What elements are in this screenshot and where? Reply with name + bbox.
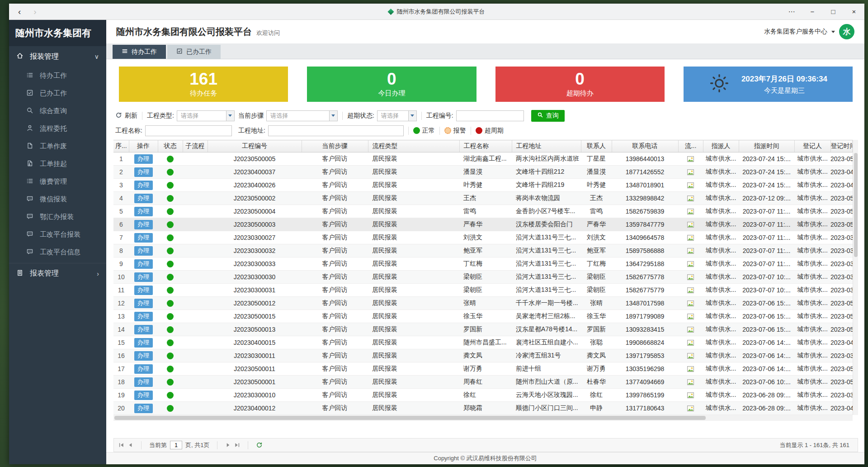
project-address-input[interactable] (268, 125, 404, 136)
handle-button[interactable]: 办理 (134, 364, 153, 374)
handle-button[interactable]: 办理 (134, 233, 153, 243)
handle-button[interactable]: 办理 (134, 259, 153, 269)
handle-button[interactable]: 办理 (134, 404, 153, 413)
table-row[interactable]: 3 办理 J20230400026 客户回访 居民报装 叶秀健 文峰塔十四组21… (113, 179, 853, 192)
tab-todo-work[interactable]: 待办工作 (113, 45, 166, 59)
handle-button[interactable]: 办理 (134, 391, 153, 400)
handle-button[interactable]: 办理 (134, 338, 153, 348)
table-row[interactable]: 10 办理 J20230300030 客户回访 居民报装 梁朝臣 沿河大道131… (113, 271, 853, 284)
next-page-icon[interactable] (225, 442, 231, 448)
table-row[interactable]: 17 办理 J20230500011 客户回访 居民报装 谢万勇 前进十组 谢万… (113, 362, 853, 376)
sidebar-item-鄂汇办报装[interactable]: 鄂汇办报装 (9, 208, 106, 226)
handle-button[interactable]: 办理 (134, 272, 153, 282)
search-button[interactable]: 查询 (531, 110, 565, 122)
table-row[interactable]: 18 办理 J20230500001 客户回访 居民报装 周春红 随州市烈山大道… (113, 376, 853, 389)
handle-button[interactable]: 办理 (134, 246, 153, 256)
handle-button[interactable]: 办理 (134, 325, 153, 334)
flow-image-icon[interactable] (687, 221, 694, 229)
column-header[interactable]: 操作 (129, 140, 158, 152)
sidebar-item-流程委托[interactable]: 流程委托 (9, 120, 106, 138)
table-row[interactable]: 1 办理 J20230500005 客户回访 居民报装 湖北南鑫工程... 两水… (113, 152, 853, 166)
handle-button[interactable]: 办理 (134, 220, 153, 229)
sidebar-item-待办工作[interactable]: 待办工作 (9, 67, 106, 85)
current-step-select[interactable]: 请选择 (266, 110, 338, 121)
handle-button[interactable]: 办理 (134, 181, 153, 190)
flow-image-icon[interactable] (687, 286, 694, 294)
column-header[interactable]: 登记人 (794, 140, 830, 152)
flow-image-icon[interactable] (687, 339, 694, 347)
table-row[interactable]: 11 办理 J20230300031 客户回访 居民报装 梁朝臣 沿河大道131… (113, 284, 853, 297)
table-row[interactable]: 4 办理 J20230500002 客户回访 居民报装 王杰 蒋岗丰农物流园 王… (113, 192, 853, 205)
table-row[interactable]: 13 办理 J20230500015 客户回访 居民报装 徐玉华 吴家老湾村三组… (113, 310, 853, 323)
handle-button[interactable]: 办理 (134, 312, 153, 321)
column-header[interactable]: 联系人 (581, 140, 612, 152)
table-row[interactable]: 16 办理 J20230300011 客户回访 居民报装 龚文凤 冷家湾五组31… (113, 349, 853, 362)
flow-image-icon[interactable] (687, 155, 694, 163)
flow-image-icon[interactable] (687, 365, 694, 373)
sidebar-item-已办工作[interactable]: 已办工作 (9, 85, 106, 102)
handle-button[interactable]: 办理 (134, 207, 153, 216)
overdue-status-select[interactable]: 请选择 (377, 110, 417, 121)
sidebar-item-工单挂起[interactable]: 工单挂起 (9, 155, 106, 173)
table-row[interactable]: 19 办理 J20230300010 客户回访 居民报装 徐红 云海天地小区玫瑰… (113, 389, 853, 402)
close-icon[interactable]: × (844, 4, 864, 19)
more-options-icon[interactable]: ⋯ (781, 4, 802, 19)
flow-image-icon[interactable] (687, 405, 694, 412)
table-row[interactable]: 12 办理 J20230500012 客户回访 居民报装 张晴 千千水岸一期一号… (113, 297, 853, 310)
caret-down-icon[interactable] (831, 31, 835, 33)
table-row[interactable]: 14 办理 J20230500013 客户回访 居民报装 罗国新 汉东星都A78… (113, 323, 853, 336)
flow-image-icon[interactable] (687, 168, 694, 176)
flow-image-icon[interactable] (687, 300, 694, 307)
flow-image-icon[interactable] (687, 378, 694, 386)
flow-image-icon[interactable] (687, 313, 694, 320)
minimize-icon[interactable]: − (802, 4, 823, 19)
project-code-input[interactable] (456, 110, 524, 121)
project-type-select[interactable]: 请选择 (177, 110, 235, 121)
flow-image-icon[interactable] (687, 247, 694, 255)
table-row[interactable]: 7 办理 J20230300027 客户回访 居民报装 刘洪文 沿河大道131号… (113, 231, 853, 244)
sidebar-item-缴费管理[interactable]: 缴费管理 (9, 173, 106, 191)
vertical-scrollbar[interactable] (853, 140, 858, 415)
flow-image-icon[interactable] (687, 234, 694, 242)
last-page-icon[interactable] (234, 442, 240, 448)
card-pending-tasks[interactable]: 161 待办任务 (119, 67, 288, 102)
handle-button[interactable]: 办理 (134, 377, 153, 387)
sidebar-item-工单作废[interactable]: 工单作废 (9, 138, 106, 155)
refresh-button[interactable]: 刷新 (115, 112, 137, 120)
column-header[interactable]: 登记时间 (830, 140, 853, 152)
column-header[interactable]: 状态 (158, 140, 183, 152)
handle-button[interactable]: 办理 (134, 167, 153, 177)
flow-image-icon[interactable] (687, 208, 694, 215)
column-header[interactable]: 子流程 (183, 140, 208, 152)
sidebar-item-工改平台报装[interactable]: 工改平台报装 (9, 226, 106, 243)
table-row[interactable]: 9 办理 J20230300033 客户回访 居民报装 丁红梅 沿河大道131号… (113, 257, 853, 271)
flow-image-icon[interactable] (687, 391, 694, 399)
card-overdue[interactable]: 0 超期待办 (495, 67, 665, 102)
table-row[interactable]: 8 办理 J20230300032 客户回访 居民报装 鲍亚军 沿河大道131号… (113, 244, 853, 257)
reload-icon[interactable] (256, 442, 263, 448)
flow-image-icon[interactable] (687, 181, 694, 189)
avatar[interactable]: 水 (839, 24, 854, 39)
flow-image-icon[interactable] (687, 352, 694, 360)
handle-button[interactable]: 办理 (134, 194, 153, 203)
column-header[interactable]: 序... (113, 140, 129, 152)
column-header[interactable]: 工程名称 (459, 140, 512, 152)
handle-button[interactable]: 办理 (134, 299, 153, 308)
vertical-scrollbar-thumb[interactable] (854, 153, 858, 257)
table-row[interactable]: 2 办理 J20230400037 客户回访 居民报装 潘显漠 文峰塔十四组21… (113, 166, 853, 179)
column-header[interactable]: 指派人 (703, 140, 739, 152)
flow-image-icon[interactable] (687, 273, 694, 281)
handle-button[interactable]: 办理 (134, 351, 153, 361)
flow-image-icon[interactable] (687, 260, 694, 268)
horizontal-scrollbar[interactable] (113, 415, 853, 421)
handle-button[interactable]: 办理 (134, 154, 153, 164)
maximize-icon[interactable]: □ (823, 4, 844, 19)
sidebar-section-reports[interactable]: 报表管理 › (9, 263, 106, 284)
first-page-icon[interactable] (118, 442, 124, 448)
sidebar-item-工改平台信息[interactable]: 工改平台信息 (9, 243, 106, 261)
sidebar-item-综合查询[interactable]: 综合查询 (9, 102, 106, 120)
project-name-input[interactable] (145, 125, 232, 136)
user-menu[interactable]: 水务集团客户服务中心 (764, 28, 827, 36)
column-header[interactable]: 流... (678, 140, 703, 152)
column-header[interactable]: 当前步骤 (302, 140, 368, 152)
